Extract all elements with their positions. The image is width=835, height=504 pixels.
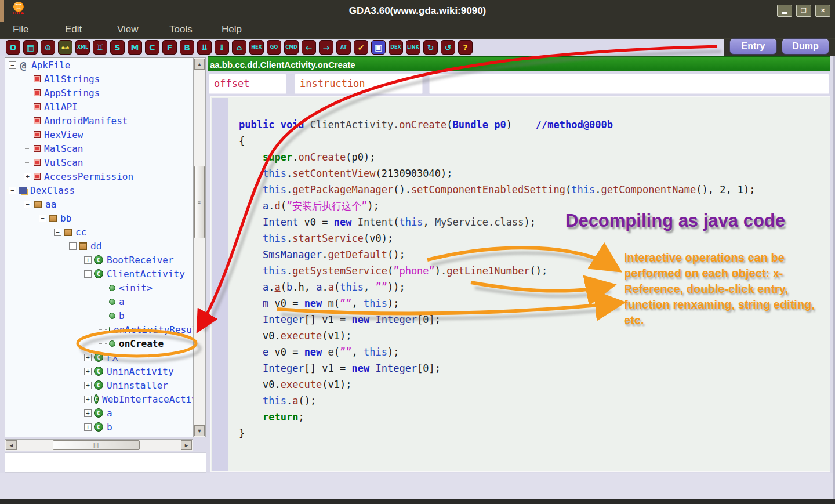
menu-view[interactable]: View bbox=[117, 22, 169, 38]
expand-icon[interactable]: + bbox=[84, 423, 92, 431]
code-line[interactable]: v0.execute(v1); bbox=[239, 328, 756, 344]
tree-node-bb[interactable]: −bb bbox=[5, 211, 193, 225]
tree-node-webinterfaceactivity[interactable]: +CWebInterfaceActivity bbox=[5, 392, 193, 406]
code-line[interactable]: SmsManager.getDefault(); bbox=[239, 246, 756, 263]
code-line[interactable]: Intent v0 = new Intent(this, MyService.c… bbox=[239, 214, 756, 230]
code-line[interactable]: super.onCreate(p0); bbox=[239, 149, 756, 165]
forward-arrow-icon[interactable]: → bbox=[319, 40, 333, 55]
class-icon[interactable]: C bbox=[145, 40, 159, 55]
tree-node-uninstaller[interactable]: +CUninstaller bbox=[5, 378, 193, 392]
empty-column-header[interactable] bbox=[429, 74, 829, 94]
go-icon[interactable]: GO bbox=[267, 40, 281, 55]
tree-node-allapi[interactable]: AllAPI bbox=[5, 100, 193, 114]
code-line[interactable]: this.startService(v0); bbox=[239, 230, 756, 246]
link-icon[interactable]: LINK bbox=[406, 40, 420, 55]
code-line[interactable]: Integer[] v1 = new Integer[0]; bbox=[239, 360, 756, 376]
tree-node-b[interactable]: +Cb bbox=[5, 420, 193, 434]
key-icon[interactable]: ⊷ bbox=[58, 40, 72, 55]
tree-node-apkfile[interactable]: −@ApkFile bbox=[5, 58, 193, 72]
code-line[interactable]: this.getPackageManager().setComponentEna… bbox=[239, 182, 756, 198]
tree-node-androidmanifest[interactable]: AndroidManifest bbox=[5, 114, 193, 128]
expand-icon[interactable]: + bbox=[84, 368, 92, 375]
tree-node-allstrings[interactable]: AllStrings bbox=[5, 72, 193, 86]
collapse-icon[interactable]: − bbox=[24, 201, 31, 208]
dialog-icon[interactable]: ▣ bbox=[371, 40, 386, 55]
open-file-icon[interactable]: O bbox=[6, 40, 20, 55]
double-down-arrow-icon[interactable]: ⇊ bbox=[197, 40, 212, 55]
maximize-button[interactable]: ❐ bbox=[796, 5, 811, 17]
menu-file[interactable]: File bbox=[13, 22, 65, 38]
hex-icon[interactable]: HEX bbox=[249, 40, 264, 55]
tree-node-onactivityresult[interactable]: onActivityResult bbox=[5, 322, 193, 336]
tree-node-malscan[interactable]: MalScan bbox=[5, 142, 193, 155]
back-arrow-icon[interactable]: ← bbox=[302, 40, 316, 55]
code-line[interactable]: { bbox=[239, 133, 756, 149]
code-line[interactable]: public void ClientActivity.onCreate(Bund… bbox=[239, 117, 756, 133]
tree-hscroll-thumb[interactable]: ||| bbox=[53, 440, 140, 450]
expand-icon[interactable]: + bbox=[84, 396, 92, 403]
tree-node-clientactivity[interactable]: −CClientActivity bbox=[5, 267, 193, 281]
xml-icon[interactable]: XML bbox=[75, 40, 90, 55]
tree-node-bootreceiver[interactable]: +CBootReceiver bbox=[5, 253, 193, 267]
redo-icon[interactable]: ↻ bbox=[423, 40, 438, 55]
tree-node-hexview[interactable]: HexView bbox=[5, 128, 193, 142]
collapse-icon[interactable]: − bbox=[69, 242, 77, 250]
tree-node-dd[interactable]: −dd bbox=[5, 239, 193, 253]
bank-icon[interactable]: ⌂ bbox=[232, 40, 246, 55]
menu-help[interactable]: Help bbox=[222, 22, 274, 38]
decompiled-code-area[interactable]: public void ClientActivity.onCreate(Bund… bbox=[210, 96, 830, 472]
menu-tools[interactable]: Tools bbox=[169, 22, 222, 38]
expand-icon[interactable]: + bbox=[84, 409, 92, 417]
method-icon[interactable]: M bbox=[128, 40, 142, 55]
tree-horizontal-scrollbar[interactable]: ◄ ||| ► bbox=[5, 439, 193, 451]
cmd-icon[interactable]: CMD bbox=[284, 40, 299, 55]
close-button[interactable]: ✕ bbox=[815, 5, 830, 17]
tree-node-vulscan[interactable]: VulScan bbox=[5, 155, 193, 169]
code-line[interactable]: this.getSystemService(”phone”).getLine1N… bbox=[239, 263, 756, 279]
scroll-right-icon[interactable]: ► bbox=[181, 440, 192, 450]
dump-button[interactable]: Dump bbox=[782, 38, 829, 55]
tree-node-uninactivity[interactable]: +CUninActivity bbox=[5, 364, 193, 378]
tree-node-b[interactable]: b bbox=[5, 309, 193, 322]
tree-node-init[interactable]: <init> bbox=[5, 281, 193, 295]
expand-icon[interactable]: + bbox=[24, 173, 31, 180]
collapse-icon[interactable]: − bbox=[9, 61, 16, 69]
bytecode-icon[interactable]: B bbox=[180, 40, 194, 55]
menu-edit[interactable]: Edit bbox=[65, 22, 117, 38]
android-icon[interactable]: ♊ bbox=[93, 40, 107, 55]
entry-button[interactable]: Entry bbox=[729, 38, 777, 55]
offset-column-header[interactable]: offset bbox=[209, 74, 286, 94]
expand-icon[interactable]: + bbox=[84, 382, 92, 389]
expand-icon[interactable]: + bbox=[84, 256, 92, 264]
tree-node-dexclass[interactable]: −DexClass bbox=[5, 183, 193, 197]
strings-icon[interactable]: S bbox=[110, 40, 125, 55]
tree-vscroll-thumb[interactable]: ≡ bbox=[194, 166, 205, 238]
code-line[interactable]: return; bbox=[239, 409, 756, 425]
down-arrow-icon[interactable]: ⇓ bbox=[215, 40, 229, 55]
code-line[interactable]: a.d(”安装后执行这个”); bbox=[239, 198, 756, 214]
code-line[interactable]: a.a(b.h, a.a(this, ””)); bbox=[239, 279, 756, 295]
collapse-icon[interactable]: − bbox=[9, 187, 16, 194]
search-icon[interactable]: ⊕ bbox=[41, 40, 55, 55]
collapse-icon[interactable]: − bbox=[84, 270, 92, 278]
tree-node-accesspermission[interactable]: +AccessPermission bbox=[5, 169, 193, 183]
expand-icon[interactable]: + bbox=[84, 354, 92, 361]
scroll-up-icon[interactable]: ▲ bbox=[194, 59, 205, 70]
check-icon[interactable]: ✔ bbox=[354, 40, 368, 55]
collapse-icon[interactable]: − bbox=[39, 215, 46, 222]
code-line[interactable]: this.setContentView(2130903040); bbox=[239, 165, 756, 182]
collapse-icon[interactable]: − bbox=[54, 229, 61, 236]
scroll-left-icon[interactable]: ◄ bbox=[6, 440, 17, 450]
tree-node-appstrings[interactable]: AppStrings bbox=[5, 86, 193, 100]
code-line[interactable]: this.a(); bbox=[239, 393, 756, 409]
tree-node-oncreate[interactable]: onCreate bbox=[5, 336, 193, 350]
code-line[interactable]: e v0 = new e(””, this); bbox=[239, 344, 756, 360]
minimize-button[interactable]: ▃ bbox=[777, 5, 792, 17]
help-icon[interactable]: ? bbox=[458, 40, 473, 55]
save-icon[interactable]: ▦ bbox=[23, 40, 38, 55]
dex-icon[interactable]: DEX bbox=[389, 40, 403, 55]
tree-node-a[interactable]: a bbox=[5, 295, 193, 309]
tree-node-fx[interactable]: +CFX bbox=[5, 350, 193, 364]
code-line[interactable]: v0.execute(v1); bbox=[239, 376, 756, 393]
tree-node-cc[interactable]: −cc bbox=[5, 225, 193, 239]
